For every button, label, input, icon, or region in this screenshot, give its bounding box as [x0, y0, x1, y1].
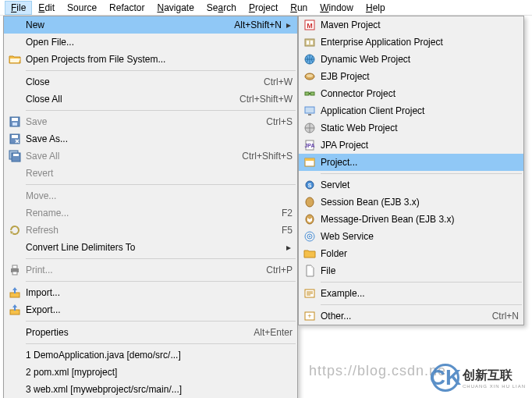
appclient-icon: [302, 105, 317, 117]
new-menu-item-servlet[interactable]: SServlet: [299, 176, 523, 194]
watermark-subtext: CHUANG XIN HU LIAN: [463, 384, 526, 389]
import-icon: [7, 286, 23, 299]
menubar-item-window[interactable]: Window: [314, 1, 360, 15]
file-menu-item-print[interactable]: Print...Ctrl+P: [4, 261, 297, 279]
menu-item-accelerator: Ctrl+S: [266, 116, 293, 127]
bean-icon: [302, 196, 317, 208]
file-menu-item-open-file[interactable]: Open File...: [4, 34, 297, 51]
menubar-item-search[interactable]: Search: [200, 1, 243, 15]
new-menu-item-dynamic-web-project[interactable]: Dynamic Web Project: [299, 51, 523, 68]
new-menu-separator: [321, 173, 522, 174]
jpa-icon: JPA: [302, 139, 317, 151]
new-menu-item-folder[interactable]: Folder: [299, 245, 523, 262]
menu-item-accelerator: Ctrl+P: [266, 265, 293, 275]
watermark-text: 创新互联: [463, 368, 526, 384]
new-menu-item-ejb-project[interactable]: EJB Project: [299, 68, 523, 85]
file-menu-item-save[interactable]: SaveCtrl+S: [4, 113, 297, 130]
file-menu-item-1-demoapplication-java-demo-src[interactable]: 1 DemoApplication.java [demo/src/...]: [4, 346, 297, 364]
file-menu-item-rename[interactable]: Rename...F2: [4, 204, 297, 222]
file-menu-item-export[interactable]: Export...: [4, 301, 297, 318]
menu-item-label: Session Bean (EJB 3.x): [321, 197, 519, 208]
new-menu-item-connector-project[interactable]: Connector Project: [299, 85, 523, 102]
menu-item-label: Save All: [26, 151, 234, 162]
menubar-item-file[interactable]: File: [5, 1, 32, 15]
blank-icon: [7, 326, 23, 339]
svg-rect-7: [13, 154, 19, 156]
project-icon: [302, 156, 317, 169]
file-menu-separator: [26, 110, 296, 111]
file-menu-item-move[interactable]: Move...: [4, 187, 297, 204]
blank-icon: [7, 207, 23, 219]
menubar-item-source[interactable]: Source: [61, 1, 103, 15]
menu-item-label: Print...: [26, 265, 258, 275]
file-menu-item-close-all[interactable]: Close AllCtrl+Shift+W: [4, 91, 297, 108]
file-menu-item-3-web-xml-mywebproject-src-main[interactable]: 3 web.xml [mywebproject/src/main/...]: [4, 381, 297, 398]
file-menu-item-convert-line-delimiters-to[interactable]: Convert Line Delimiters To▸: [4, 239, 297, 256]
file-menu-item-revert[interactable]: Revert: [4, 165, 297, 182]
menubar-item-help[interactable]: Help: [360, 1, 392, 15]
menubar-item-navigate[interactable]: Navigate: [151, 1, 200, 15]
file-menu-separator: [26, 321, 296, 322]
file-menu-item-open-projects-from-file-system[interactable]: Open Projects from File System...: [4, 51, 297, 68]
file-menu-item-save-as[interactable]: Save As...: [4, 130, 297, 147]
watermark-logo: CK: [431, 364, 459, 392]
svg-text:M: M: [307, 22, 313, 30]
file-menu-item-new[interactable]: NewAlt+Shift+N▸: [4, 16, 297, 34]
file-menu-separator: [26, 258, 296, 259]
svg-rect-24: [305, 107, 314, 113]
menu-item-label: Connector Project: [321, 88, 519, 99]
file-menu-item-2-pom-xml-myproject[interactable]: 2 pom.xml [myproject]: [4, 364, 297, 381]
svg-rect-25: [308, 114, 311, 115]
menubar: FileEditSourceRefactorNavigateSearchProj…: [0, 0, 532, 16]
globe-icon: [302, 53, 317, 66]
file-menu-item-import[interactable]: Import...: [4, 284, 297, 301]
blank-icon: [7, 190, 23, 202]
menu-item-label: 1 DemoApplication.java [demo/src/...]: [26, 350, 293, 361]
new-menu-item-application-client-project[interactable]: Application Client Project: [299, 102, 523, 119]
menu-item-accelerator: Alt+Shift+N: [234, 20, 282, 30]
menu-item-accelerator: Ctrl+Shift+W: [239, 94, 293, 105]
file-menu-item-properties[interactable]: PropertiesAlt+Enter: [4, 324, 297, 341]
menu-item-label: Close: [26, 76, 256, 87]
blank-icon: [7, 36, 23, 48]
refresh-icon: [7, 224, 23, 236]
new-menu-separator: [321, 304, 522, 305]
new-menu-item-maven-project[interactable]: MMaven Project: [299, 16, 523, 34]
menu-item-label: Revert: [26, 168, 293, 179]
menubar-item-edit[interactable]: Edit: [32, 1, 61, 15]
new-menu-item-other[interactable]: +Other...Ctrl+N: [299, 307, 523, 325]
menu-item-label: Move...: [26, 190, 293, 201]
menu-item-label: Folder: [321, 248, 519, 259]
menu-item-label: Other...: [321, 311, 484, 322]
file-menu-separator: [26, 281, 296, 282]
menubar-item-project[interactable]: Project: [243, 1, 284, 15]
menu-item-label: Web Service: [321, 231, 519, 242]
file-menu-item-refresh[interactable]: RefreshF5: [4, 222, 297, 239]
menubar-item-run[interactable]: Run: [284, 1, 314, 15]
save-as-icon: [7, 133, 23, 145]
new-menu-item-file[interactable]: File: [299, 262, 523, 279]
file-menu-item-close[interactable]: CloseCtrl+W: [4, 73, 297, 91]
menu-item-label: Open File...: [26, 37, 293, 48]
save-icon: [7, 115, 23, 128]
menu-item-label: Convert Line Delimiters To: [26, 242, 282, 253]
menu-item-label: Servlet: [321, 179, 519, 190]
new-menu-item-web-service[interactable]: Web Service: [299, 228, 523, 245]
new-menu-item-jpa-project[interactable]: JPAJPA Project: [299, 137, 523, 154]
menu-item-label: Example...: [321, 288, 519, 299]
menu-item-accelerator: Alt+Enter: [254, 327, 293, 338]
new-menu-item-example[interactable]: Example...: [299, 285, 523, 302]
file-menu-item-save-all[interactable]: Save AllCtrl+Shift+S: [4, 147, 297, 165]
new-menu-item-enterprise-application-project[interactable]: Enterprise Application Project: [299, 34, 523, 51]
ws-icon: [302, 230, 317, 243]
menubar-item-refactor[interactable]: Refactor: [103, 1, 151, 15]
new-menu-item-message-driven-bean-ejb-3-x[interactable]: Message-Driven Bean (EJB 3.x): [299, 211, 523, 228]
example-icon: [302, 287, 317, 300]
menu-item-label: Static Web Project: [321, 123, 519, 133]
new-menu-item-static-web-project[interactable]: Static Web Project: [299, 119, 523, 137]
svg-rect-1: [12, 118, 18, 121]
menu-item-accelerator: Ctrl+W: [264, 76, 293, 87]
menu-item-accelerator: F2: [282, 208, 293, 219]
new-menu-item-session-bean-ejb-3-x[interactable]: Session Bean (EJB 3.x): [299, 194, 523, 211]
new-menu-item-project[interactable]: Project...: [299, 154, 523, 171]
